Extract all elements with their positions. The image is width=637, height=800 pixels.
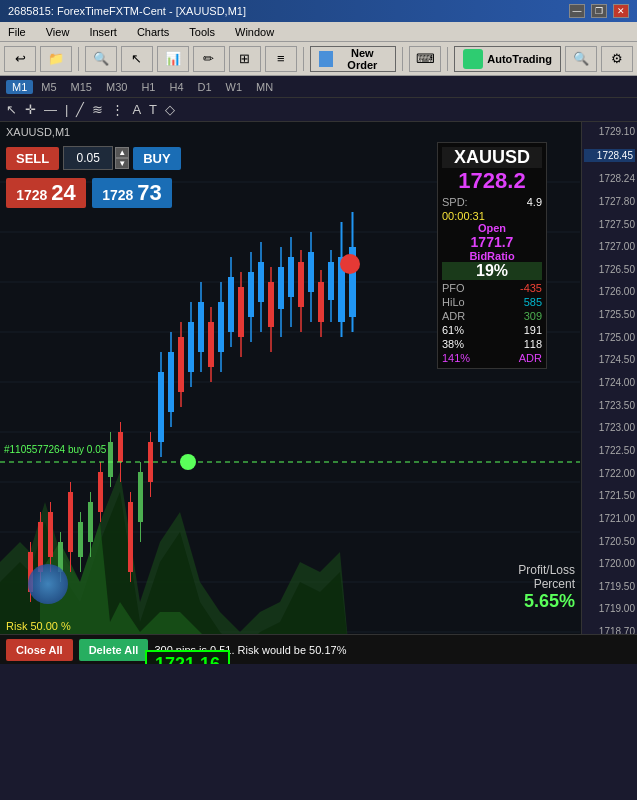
price-tick-6: 1726.50	[584, 264, 635, 275]
minimize-button[interactable]: —	[569, 4, 585, 18]
trade-panel: SELL ▲ ▼ BUY 1728 24 1728 73	[6, 146, 181, 208]
sell-marker	[340, 254, 360, 274]
toolbar-btn-9[interactable]: ⌨	[409, 46, 441, 72]
adr-row: ADR 309	[442, 310, 542, 322]
menu-view[interactable]: View	[42, 26, 74, 38]
hilo-label: HiLo	[442, 296, 465, 308]
toolbar-btn-8[interactable]: ≡	[265, 46, 297, 72]
channel-tool[interactable]: ⋮	[111, 102, 124, 117]
shape-tool[interactable]: ◇	[165, 102, 175, 117]
close-button[interactable]: ✕	[613, 4, 629, 18]
robot-icon	[463, 49, 483, 69]
tf-m1[interactable]: M1	[6, 80, 33, 94]
text-tool[interactable]: A	[132, 102, 141, 117]
vline-tool[interactable]: |	[65, 102, 68, 117]
menu-charts[interactable]: Charts	[133, 26, 173, 38]
order-circle-indicator	[180, 454, 196, 470]
pfo-row: PFO -435	[442, 282, 542, 294]
tf-m15[interactable]: M15	[65, 80, 98, 94]
search-button[interactable]: 🔍	[565, 46, 597, 72]
toolbar-btn-6[interactable]: ✏	[193, 46, 225, 72]
chart-container: XAUUSD,M1	[0, 122, 637, 664]
sell-price: 1728 24	[6, 178, 86, 208]
order-label: #1105577264 buy 0.05	[4, 444, 106, 455]
toolbar-btn-1[interactable]: ↩	[4, 46, 36, 72]
risk-label: Risk 50.00 %	[6, 620, 71, 632]
toolbar-btn-4[interactable]: ↖	[121, 46, 153, 72]
tf-h1[interactable]: H1	[135, 80, 161, 94]
toolbar-btn-7[interactable]: ⊞	[229, 46, 261, 72]
pointer-tool[interactable]: ↖	[6, 102, 17, 117]
chart-label: XAUUSD,M1	[6, 126, 70, 138]
settings-icon: ⚙	[608, 50, 626, 68]
price-tick-5: 1727.00	[584, 241, 635, 252]
tf-m5[interactable]: M5	[35, 80, 62, 94]
pct141-label: 141%	[442, 352, 470, 364]
price-tick-8: 1725.50	[584, 309, 635, 320]
buy-price: 1728 73	[92, 178, 172, 208]
menu-insert[interactable]: Insert	[85, 26, 121, 38]
tf-w1[interactable]: W1	[220, 80, 249, 94]
pfo-val: -435	[520, 282, 542, 294]
tf-m30[interactable]: M30	[100, 80, 133, 94]
price-tick-14: 1722.50	[584, 445, 635, 456]
lot-spinner[interactable]: ▲ ▼	[115, 147, 129, 169]
open-label: Open	[442, 222, 542, 234]
pfo-label: PFO	[442, 282, 465, 294]
maximize-button[interactable]: ❐	[591, 4, 607, 18]
price-tick-11: 1724.00	[584, 377, 635, 388]
tf-mn[interactable]: MN	[250, 80, 279, 94]
spd-label: SPD:	[442, 196, 468, 208]
price-tick-3: 1727.80	[584, 196, 635, 207]
menu-tools[interactable]: Tools	[185, 26, 219, 38]
close-all-button[interactable]: Close All	[6, 639, 73, 661]
action-bar: Close All Delete All 300 pips is 0.51. R…	[0, 634, 637, 664]
lot-up[interactable]: ▲	[115, 147, 129, 158]
separator-1	[78, 47, 79, 71]
price-tick-15: 1722.00	[584, 468, 635, 479]
pnl-value: 5.65%	[518, 591, 575, 612]
keyboard-icon: ⌨	[416, 50, 434, 68]
toolbar-btn-5[interactable]: 📊	[157, 46, 189, 72]
auto-trading-button[interactable]: AutoTrading	[454, 46, 561, 72]
toolbar-btn-2[interactable]: 📁	[40, 46, 72, 72]
price-scale: 1729.10 1728.45 1728.24 1727.80 1727.50 …	[581, 122, 637, 664]
grid-icon: ⊞	[236, 50, 254, 68]
pct61-label: 61%	[442, 324, 464, 336]
pct61-row: 61% 191	[442, 324, 542, 336]
lot-down[interactable]: ▼	[115, 158, 129, 169]
fibonacci-tool[interactable]: ≋	[92, 102, 103, 117]
separator-3	[402, 47, 403, 71]
separator-2	[303, 47, 304, 71]
price-tick-13: 1723.00	[584, 422, 635, 433]
price-tick-7: 1726.00	[584, 286, 635, 297]
drawing-toolbar: ↖ ✛ — | ╱ ≋ ⋮ A T ◇	[0, 98, 637, 122]
open-val: 1771.7	[442, 234, 542, 250]
info-panel: XAUUSD 1728.2 SPD: 4.9 00:00:31 Open 177…	[437, 142, 547, 369]
window-controls[interactable]: — ❐ ✕	[569, 4, 629, 18]
crosshair-tool[interactable]: ✛	[25, 102, 36, 117]
search-icon: 🔍	[572, 50, 590, 68]
title-bar: 2685815: ForexTimeFXTM-Cent - [XAUUSD,M1…	[0, 0, 637, 22]
price-tick-18: 1720.50	[584, 536, 635, 547]
buy-button[interactable]: BUY	[133, 147, 180, 170]
menu-file[interactable]: File	[4, 26, 30, 38]
pnl-panel: Profit/LossPercent 5.65%	[518, 563, 575, 612]
tf-h4[interactable]: H4	[163, 80, 189, 94]
lot-input[interactable]	[63, 146, 113, 170]
spd-row: SPD: 4.9	[442, 196, 542, 208]
menu-window[interactable]: Window	[231, 26, 278, 38]
text-tool-2[interactable]: T	[149, 102, 157, 117]
delete-all-button[interactable]: Delete All	[79, 639, 149, 661]
toolbar-btn-3[interactable]: 🔍	[85, 46, 117, 72]
hline-tool[interactable]: —	[44, 102, 57, 117]
price-tick-2: 1728.24	[584, 173, 635, 184]
sell-button[interactable]: SELL	[6, 147, 59, 170]
price-tick-19: 1720.00	[584, 558, 635, 569]
settings-button[interactable]: ⚙	[601, 46, 633, 72]
new-order-button[interactable]: New Order	[310, 46, 397, 72]
lot-control: ▲ ▼	[63, 146, 129, 170]
price-tick-21: 1719.00	[584, 603, 635, 614]
tf-d1[interactable]: D1	[192, 80, 218, 94]
trendline-tool[interactable]: ╱	[76, 102, 84, 117]
